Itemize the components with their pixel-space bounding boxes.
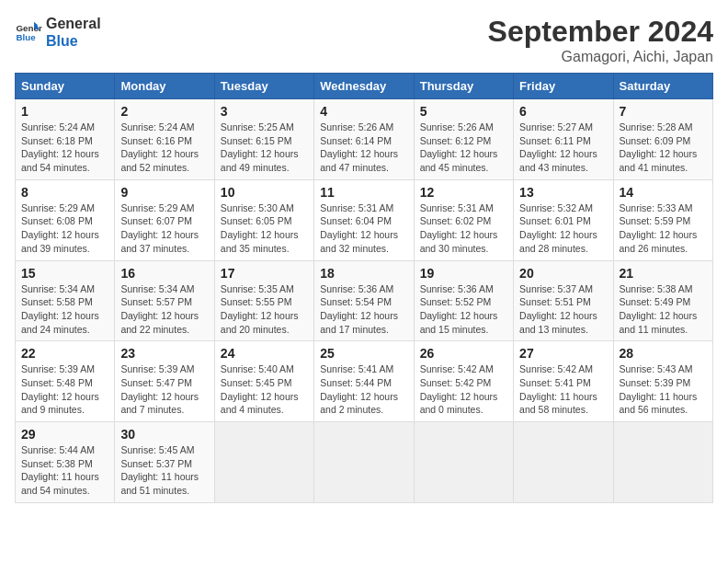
calendar-cell: 10 Sunrise: 5:30 AMSunset: 6:05 PMDaylig… <box>214 179 313 260</box>
calendar-cell: 26 Sunrise: 5:42 AMSunset: 5:42 PMDaylig… <box>414 341 513 422</box>
calendar-cell: 6 Sunrise: 5:27 AMSunset: 6:11 PMDayligh… <box>514 99 613 180</box>
title-area: September 2024 Gamagori, Aichi, Japan <box>488 15 713 65</box>
calendar-cell: 7 Sunrise: 5:28 AMSunset: 6:09 PMDayligh… <box>613 99 712 180</box>
day-number: 14 <box>620 185 707 200</box>
day-info: Sunrise: 5:28 AMSunset: 6:09 PMDaylight:… <box>620 121 698 173</box>
logo-text-blue: Blue <box>46 32 101 50</box>
calendar-cell: 24 Sunrise: 5:40 AMSunset: 5:45 PMDaylig… <box>214 341 313 422</box>
calendar-cell <box>314 422 414 503</box>
header-saturday: Saturday <box>613 74 712 99</box>
logo-icon: General Blue <box>15 18 42 46</box>
day-info: Sunrise: 5:32 AMSunset: 6:01 PMDaylight:… <box>519 202 597 254</box>
day-info: Sunrise: 5:43 AMSunset: 5:39 PMDaylight:… <box>620 363 698 415</box>
calendar-cell: 3 Sunrise: 5:25 AMSunset: 6:15 PMDayligh… <box>214 99 313 180</box>
calendar-cell: 14 Sunrise: 5:33 AMSunset: 5:59 PMDaylig… <box>613 179 712 260</box>
header-thursday: Thursday <box>414 74 513 99</box>
day-number: 27 <box>519 346 607 361</box>
day-info: Sunrise: 5:34 AMSunset: 5:57 PMDaylight:… <box>120 283 199 335</box>
day-number: 5 <box>420 104 507 119</box>
svg-text:General: General <box>17 23 43 33</box>
calendar-cell: 20 Sunrise: 5:37 AMSunset: 5:51 PMDaylig… <box>514 260 613 341</box>
header-friday: Friday <box>514 74 613 99</box>
calendar-cell <box>414 422 513 503</box>
calendar-cell: 25 Sunrise: 5:41 AMSunset: 5:44 PMDaylig… <box>314 341 414 422</box>
day-info: Sunrise: 5:37 AMSunset: 5:51 PMDaylight:… <box>519 283 597 335</box>
day-number: 25 <box>320 346 407 361</box>
day-info: Sunrise: 5:36 AMSunset: 5:54 PMDaylight:… <box>320 283 398 335</box>
calendar-cell: 29 Sunrise: 5:44 AMSunset: 5:38 PMDaylig… <box>16 422 115 503</box>
day-number: 13 <box>519 185 607 200</box>
day-number: 26 <box>420 346 507 361</box>
day-number: 2 <box>120 104 208 119</box>
calendar-cell: 8 Sunrise: 5:29 AMSunset: 6:08 PMDayligh… <box>16 179 115 260</box>
day-info: Sunrise: 5:29 AMSunset: 6:07 PMDaylight:… <box>120 202 199 254</box>
calendar-row: 1 Sunrise: 5:24 AMSunset: 6:18 PMDayligh… <box>16 99 713 180</box>
day-info: Sunrise: 5:34 AMSunset: 5:58 PMDaylight:… <box>21 283 99 335</box>
day-info: Sunrise: 5:44 AMSunset: 5:38 PMDaylight:… <box>21 444 99 496</box>
day-number: 19 <box>420 266 507 281</box>
day-number: 23 <box>120 346 208 361</box>
day-info: Sunrise: 5:40 AMSunset: 5:45 PMDaylight:… <box>221 363 299 415</box>
calendar-cell: 18 Sunrise: 5:36 AMSunset: 5:54 PMDaylig… <box>314 260 414 341</box>
calendar-cell: 30 Sunrise: 5:45 AMSunset: 5:37 PMDaylig… <box>115 422 214 503</box>
day-info: Sunrise: 5:41 AMSunset: 5:44 PMDaylight:… <box>320 363 398 415</box>
day-number: 22 <box>21 346 108 361</box>
header-tuesday: Tuesday <box>214 74 313 99</box>
day-info: Sunrise: 5:38 AMSunset: 5:49 PMDaylight:… <box>620 283 698 335</box>
calendar-cell <box>214 422 313 503</box>
header-wednesday: Wednesday <box>314 74 414 99</box>
calendar-cell: 13 Sunrise: 5:32 AMSunset: 6:01 PMDaylig… <box>514 179 613 260</box>
day-info: Sunrise: 5:42 AMSunset: 5:42 PMDaylight:… <box>420 363 498 415</box>
day-info: Sunrise: 5:39 AMSunset: 5:48 PMDaylight:… <box>21 363 99 415</box>
calendar-cell: 11 Sunrise: 5:31 AMSunset: 6:04 PMDaylig… <box>314 179 414 260</box>
calendar-cell: 4 Sunrise: 5:26 AMSunset: 6:14 PMDayligh… <box>314 99 414 180</box>
day-number: 11 <box>320 185 407 200</box>
calendar-cell <box>613 422 712 503</box>
header-sunday: Sunday <box>16 74 115 99</box>
calendar-row: 29 Sunrise: 5:44 AMSunset: 5:38 PMDaylig… <box>16 422 713 503</box>
day-number: 4 <box>320 104 407 119</box>
header: General Blue General Blue September 2024… <box>15 15 713 65</box>
calendar-cell: 5 Sunrise: 5:26 AMSunset: 6:12 PMDayligh… <box>414 99 513 180</box>
svg-text:Blue: Blue <box>17 32 37 42</box>
day-info: Sunrise: 5:42 AMSunset: 5:41 PMDaylight:… <box>519 363 597 415</box>
logo: General Blue General Blue <box>15 15 101 50</box>
logo-text-general: General <box>46 15 101 32</box>
day-info: Sunrise: 5:35 AMSunset: 5:55 PMDaylight:… <box>221 283 299 335</box>
calendar-cell: 23 Sunrise: 5:39 AMSunset: 5:47 PMDaylig… <box>115 341 214 422</box>
day-info: Sunrise: 5:36 AMSunset: 5:52 PMDaylight:… <box>420 283 498 335</box>
calendar-cell: 15 Sunrise: 5:34 AMSunset: 5:58 PMDaylig… <box>16 260 115 341</box>
calendar-cell: 21 Sunrise: 5:38 AMSunset: 5:49 PMDaylig… <box>613 260 712 341</box>
day-number: 15 <box>21 266 108 281</box>
day-info: Sunrise: 5:31 AMSunset: 6:02 PMDaylight:… <box>420 202 498 254</box>
day-number: 12 <box>420 185 507 200</box>
day-info: Sunrise: 5:27 AMSunset: 6:11 PMDaylight:… <box>519 121 597 173</box>
calendar-header-row: SundayMondayTuesdayWednesdayThursdayFrid… <box>16 74 713 99</box>
day-number: 20 <box>519 266 607 281</box>
day-info: Sunrise: 5:39 AMSunset: 5:47 PMDaylight:… <box>120 363 199 415</box>
calendar-cell <box>514 422 613 503</box>
location-title: Gamagori, Aichi, Japan <box>488 49 713 65</box>
calendar-row: 22 Sunrise: 5:39 AMSunset: 5:48 PMDaylig… <box>16 341 713 422</box>
day-number: 9 <box>120 185 208 200</box>
month-title: September 2024 <box>488 15 713 49</box>
day-number: 10 <box>221 185 308 200</box>
calendar-cell: 22 Sunrise: 5:39 AMSunset: 5:48 PMDaylig… <box>16 341 115 422</box>
day-info: Sunrise: 5:24 AMSunset: 6:18 PMDaylight:… <box>21 121 99 173</box>
calendar-cell: 28 Sunrise: 5:43 AMSunset: 5:39 PMDaylig… <box>613 341 712 422</box>
day-number: 21 <box>620 266 707 281</box>
calendar-cell: 17 Sunrise: 5:35 AMSunset: 5:55 PMDaylig… <box>214 260 313 341</box>
calendar-table: SundayMondayTuesdayWednesdayThursdayFrid… <box>15 73 713 503</box>
calendar-cell: 1 Sunrise: 5:24 AMSunset: 6:18 PMDayligh… <box>16 99 115 180</box>
calendar-row: 15 Sunrise: 5:34 AMSunset: 5:58 PMDaylig… <box>16 260 713 341</box>
day-info: Sunrise: 5:33 AMSunset: 5:59 PMDaylight:… <box>620 202 698 254</box>
calendar-cell: 12 Sunrise: 5:31 AMSunset: 6:02 PMDaylig… <box>414 179 513 260</box>
day-number: 6 <box>519 104 607 119</box>
calendar-cell: 16 Sunrise: 5:34 AMSunset: 5:57 PMDaylig… <box>115 260 214 341</box>
day-number: 3 <box>221 104 308 119</box>
day-number: 29 <box>21 427 108 442</box>
day-number: 18 <box>320 266 407 281</box>
day-info: Sunrise: 5:31 AMSunset: 6:04 PMDaylight:… <box>320 202 398 254</box>
day-info: Sunrise: 5:45 AMSunset: 5:37 PMDaylight:… <box>120 444 199 496</box>
day-info: Sunrise: 5:29 AMSunset: 6:08 PMDaylight:… <box>21 202 99 254</box>
